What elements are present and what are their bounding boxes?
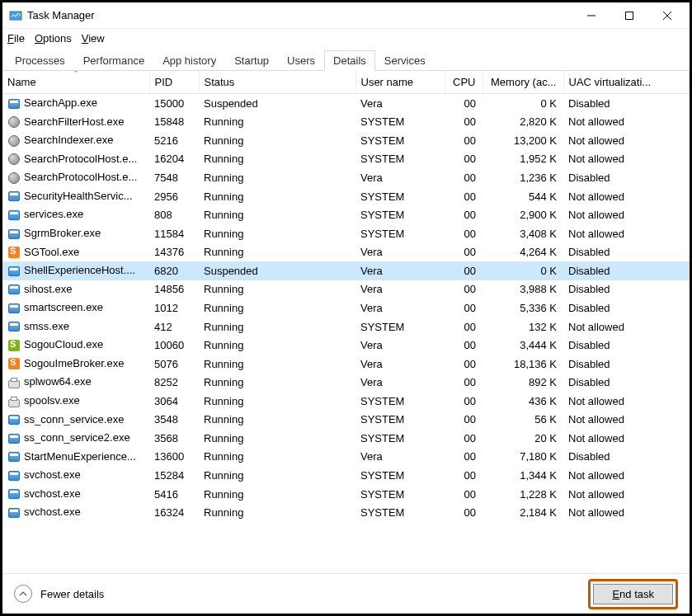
table-row[interactable]: smss.exe412RunningSYSTEM00132 KNot allow…: [2, 317, 690, 336]
column-header-memory[interactable]: Memory (ac...: [483, 71, 563, 94]
app-icon: [7, 97, 21, 111]
cell-name: SGTool.exe: [2, 243, 149, 262]
cell-name: SearchFilterHost.exe: [2, 113, 149, 132]
cell-status: Running: [199, 503, 355, 522]
process-name: SogouImeBroker.exe: [24, 357, 124, 369]
tab-users[interactable]: Users: [278, 50, 324, 70]
cell-cpu: 00: [445, 392, 483, 411]
cell-pid: 14376: [149, 243, 199, 262]
cell-cpu: 00: [445, 503, 483, 522]
cell-uac: Not allowed: [563, 113, 690, 132]
table-row[interactable]: SearchProtocolHost.e...7548RunningVera00…: [2, 168, 690, 187]
column-header-name[interactable]: Name ⌃: [2, 71, 149, 94]
maximize-button[interactable]: [610, 3, 648, 28]
cell-status: Running: [199, 392, 355, 411]
cell-mem: 1,236 K: [483, 168, 563, 187]
table-row[interactable]: smartscreen.exe1012RunningVera005,336 KD…: [2, 299, 690, 317]
table-row[interactable]: ss_conn_service.exe3548RunningSYSTEM0056…: [2, 411, 690, 430]
cell-cpu: 00: [445, 224, 483, 243]
table-row[interactable]: ShellExperienceHost....6820SuspendedVera…: [2, 261, 690, 280]
cell-user: SYSTEM: [355, 224, 445, 243]
cell-user: Vera: [355, 448, 445, 467]
cell-mem: 2,820 K: [483, 113, 563, 132]
cell-uac: Disabled: [563, 94, 690, 113]
app-icon: [7, 469, 21, 482]
cell-pid: 5076: [149, 355, 199, 374]
table-row[interactable]: spoolsv.exe3064RunningSYSTEM00436 KNot a…: [2, 392, 690, 411]
cell-status: Running: [199, 448, 355, 467]
table-row[interactable]: services.exe808RunningSYSTEM002,900 KNot…: [2, 205, 690, 224]
table-row[interactable]: ss_conn_service2.exe3568RunningSYSTEM002…: [2, 429, 690, 448]
cell-uac: Not allowed: [563, 150, 690, 169]
tab-processes[interactable]: Processes: [6, 50, 74, 70]
cell-mem: 436 K: [483, 392, 563, 411]
cell-user: SYSTEM: [355, 466, 445, 485]
table-row[interactable]: svchost.exe5416RunningSYSTEM001,228 KNot…: [2, 485, 690, 504]
menu-options[interactable]: Options: [35, 32, 72, 45]
process-name: svchost.exe: [24, 487, 81, 500]
cell-name: ss_conn_service.exe: [2, 411, 149, 430]
tab-startup[interactable]: Startup: [225, 50, 278, 70]
table-row[interactable]: SogouCloud.exe10060RunningVera003,444 KD…: [2, 336, 690, 355]
table-row[interactable]: svchost.exe16324RunningSYSTEM002,184 KNo…: [2, 503, 690, 522]
process-name: SearchIndexer.exe: [24, 134, 113, 146]
cell-user: SYSTEM: [355, 205, 445, 224]
table-row[interactable]: SearchFilterHost.exe15848RunningSYSTEM00…: [2, 113, 690, 132]
process-table: Name ⌃ PID Status User name CPU Memory (…: [2, 71, 690, 522]
cell-mem: 132 K: [483, 317, 563, 336]
minimize-button[interactable]: [572, 3, 610, 28]
table-row[interactable]: SgrmBroker.exe11584RunningSYSTEM003,408 …: [2, 224, 690, 243]
table-row[interactable]: SearchIndexer.exe5216RunningSYSTEM0013,2…: [2, 131, 690, 150]
cell-status: Running: [199, 411, 355, 430]
cell-name: spoolsv.exe: [2, 392, 149, 411]
cell-pid: 10060: [149, 336, 199, 355]
app-icon: [7, 265, 21, 278]
process-name: SecurityHealthServic...: [24, 190, 133, 202]
tab-performance[interactable]: Performance: [74, 50, 153, 70]
end-task-button[interactable]: End task: [593, 584, 673, 604]
column-header-uac[interactable]: UAC virtualizati...: [563, 71, 690, 94]
app-icon: [7, 432, 21, 445]
table-row[interactable]: svchost.exe15284RunningSYSTEM001,344 KNo…: [2, 466, 690, 485]
cell-user: Vera: [355, 336, 445, 355]
table-row[interactable]: SearchApp.exe15000SuspendedVera000 KDisa…: [2, 94, 690, 113]
menu-file[interactable]: File: [7, 32, 25, 45]
cell-user: SYSTEM: [355, 411, 445, 430]
tab-details[interactable]: Details: [324, 50, 375, 71]
table-row[interactable]: StartMenuExperience...13600RunningVera00…: [2, 448, 690, 467]
close-button[interactable]: [648, 3, 686, 28]
process-name: ShellExperienceHost....: [24, 264, 135, 276]
svc-icon: [7, 134, 21, 148]
cell-mem: 13,200 K: [483, 131, 563, 150]
cell-uac: Not allowed: [563, 131, 690, 150]
cell-mem: 0 K: [483, 94, 563, 113]
table-row[interactable]: SearchProtocolHost.e...16204RunningSYSTE…: [2, 150, 690, 169]
table-scroll[interactable]: Name ⌃ PID Status User name CPU Memory (…: [2, 71, 690, 573]
cell-cpu: 00: [445, 429, 483, 448]
column-header-cpu[interactable]: CPU: [445, 71, 483, 94]
table-row[interactable]: splwow64.exe8252RunningVera00892 KDisabl…: [2, 373, 690, 392]
cell-name: SecurityHealthServic...: [2, 187, 149, 206]
print-icon: [7, 376, 21, 389]
cell-mem: 4,264 K: [483, 243, 563, 262]
process-name: SearchApp.exe: [24, 96, 97, 109]
table-row[interactable]: sihost.exe14856RunningVera003,988 KDisab…: [2, 280, 690, 299]
column-header-status[interactable]: Status: [199, 71, 355, 94]
print-icon: [7, 395, 21, 408]
column-header-user[interactable]: User name: [355, 71, 445, 94]
cell-status: Running: [199, 205, 355, 224]
cell-status: Running: [199, 113, 355, 132]
cell-uac: Not allowed: [563, 485, 690, 504]
cell-cpu: 00: [445, 466, 483, 485]
tab-services[interactable]: Services: [375, 50, 435, 70]
table-row[interactable]: SogouImeBroker.exe5076RunningVera0018,13…: [2, 355, 690, 374]
tab-app-history[interactable]: App history: [153, 50, 225, 70]
menu-view[interactable]: View: [82, 32, 105, 45]
table-row[interactable]: SecurityHealthServic...2956RunningSYSTEM…: [2, 187, 690, 206]
fewer-details-button[interactable]: Fewer details: [14, 585, 104, 603]
column-header-pid[interactable]: PID: [149, 71, 199, 94]
table-row[interactable]: SGTool.exe14376RunningVera004,264 KDisab…: [2, 243, 690, 262]
cell-mem: 0 K: [483, 261, 563, 280]
app-icon: [7, 283, 21, 296]
process-name: StartMenuExperience...: [24, 450, 136, 463]
